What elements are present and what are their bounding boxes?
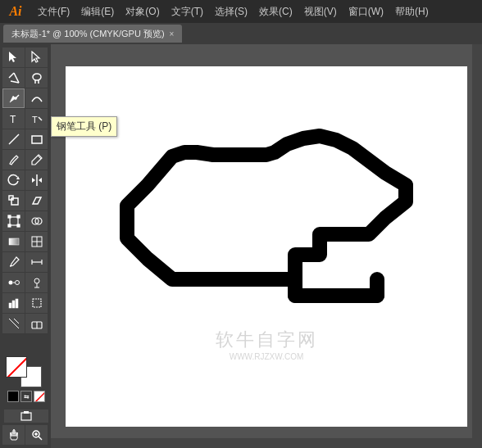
shear-tool[interactable] xyxy=(25,191,48,210)
tool-row-10 xyxy=(2,232,48,251)
svg-rect-51 xyxy=(21,413,31,420)
tool-row-13 xyxy=(2,293,48,313)
svg-rect-23 xyxy=(8,215,11,218)
tool-row-9 xyxy=(2,211,48,231)
tool-row-4: T T xyxy=(2,109,48,129)
vertical-scrollbar[interactable] xyxy=(472,44,482,438)
blend-tool[interactable] xyxy=(2,273,25,292)
menu-effect[interactable]: 效果(C) xyxy=(254,3,298,20)
eraser-tool[interactable] xyxy=(25,314,48,333)
rectangle-tool[interactable] xyxy=(25,129,48,149)
tool-row-6 xyxy=(2,150,48,170)
type-tool[interactable]: T xyxy=(2,109,25,129)
svg-rect-52 xyxy=(24,411,29,414)
column-graph-tool[interactable] xyxy=(2,293,25,313)
artboard-tool[interactable] xyxy=(25,293,48,313)
scale-tool[interactable] xyxy=(2,191,25,210)
app-logo: Ai xyxy=(3,2,28,21)
symbol-sprayer-tool[interactable] xyxy=(25,273,48,292)
pen-tool[interactable] xyxy=(2,88,25,108)
hand-tool[interactable] xyxy=(2,425,25,445)
svg-line-46 xyxy=(14,319,19,324)
menu-window[interactable]: 窗口(W) xyxy=(343,3,389,20)
change-screen-mode-button[interactable] xyxy=(4,410,48,423)
menu-bar: Ai 文件(F) 编辑(E) 对象(O) 文字(T) 选择(S) 效果(C) 视… xyxy=(0,0,482,23)
toolbar: 钢笔工具 (P) T T xyxy=(0,44,51,448)
artwork-svg xyxy=(66,66,467,427)
tool-row-2 xyxy=(2,68,48,88)
svg-marker-1 xyxy=(32,52,39,62)
tool-row-1 xyxy=(2,48,48,67)
svg-line-3 xyxy=(9,73,14,78)
gradient-tool[interactable] xyxy=(2,232,25,251)
tool-row-11 xyxy=(2,252,48,272)
eyedropper-tool[interactable] xyxy=(2,252,25,272)
svg-marker-0 xyxy=(9,52,16,62)
svg-rect-41 xyxy=(9,303,11,308)
mesh-tool[interactable] xyxy=(25,232,48,251)
svg-line-9 xyxy=(16,95,19,98)
svg-line-45 xyxy=(9,319,19,328)
svg-point-5 xyxy=(33,74,41,80)
pencil-tool[interactable] xyxy=(25,150,48,170)
document-canvas[interactable]: 软牛自字网 WWW.RJZXW.COM xyxy=(66,66,467,427)
free-transform-tool[interactable] xyxy=(2,211,25,231)
magic-wand-tool[interactable] xyxy=(2,68,25,88)
svg-text:T: T xyxy=(10,114,16,125)
default-colors-button[interactable] xyxy=(7,391,19,402)
svg-text:T: T xyxy=(32,115,38,124)
measure-tool[interactable] xyxy=(25,252,48,272)
direct-selection-tool[interactable] xyxy=(25,48,48,67)
tool-row-12 xyxy=(2,273,48,292)
document-tab[interactable]: 未标题-1* @ 100% (CMYK/GPU 预览) × xyxy=(3,25,182,43)
fill-color-box[interactable] xyxy=(6,356,27,378)
line-segment-tool[interactable] xyxy=(2,129,25,149)
svg-line-13 xyxy=(9,134,19,144)
menu-type[interactable]: 文字(T) xyxy=(166,3,208,20)
svg-marker-19 xyxy=(39,178,42,183)
svg-rect-26 xyxy=(17,224,20,227)
tool-row-7 xyxy=(2,170,48,190)
color-section: ⇆ xyxy=(2,353,48,405)
slice-tool[interactable] xyxy=(2,314,25,333)
menu-select[interactable]: 选择(S) xyxy=(210,3,252,20)
svg-rect-25 xyxy=(8,224,11,227)
svg-line-50 xyxy=(34,391,45,402)
svg-point-37 xyxy=(8,281,12,285)
reflect-tool[interactable] xyxy=(25,170,48,190)
area-type-tool[interactable]: T xyxy=(25,109,48,129)
svg-rect-29 xyxy=(9,238,19,245)
svg-marker-18 xyxy=(32,178,35,183)
color-controls-row: ⇆ xyxy=(6,391,52,402)
tool-row-8 xyxy=(2,191,48,210)
curvature-tool[interactable] xyxy=(25,88,48,108)
pen-tool-tooltip: 钢笔工具 (P) xyxy=(51,116,117,137)
svg-line-49 xyxy=(7,357,27,378)
swap-colors-button[interactable]: ⇆ xyxy=(20,391,32,402)
lasso-tool[interactable] xyxy=(25,68,48,88)
paintbrush-tool[interactable] xyxy=(2,150,25,170)
svg-rect-42 xyxy=(12,301,15,308)
svg-rect-14 xyxy=(32,136,42,143)
svg-line-12 xyxy=(39,117,42,120)
rotate-tool[interactable] xyxy=(2,170,25,190)
svg-point-38 xyxy=(15,281,19,285)
menu-edit[interactable]: 编辑(E) xyxy=(76,3,119,20)
menu-object[interactable]: 对象(O) xyxy=(120,3,164,20)
horizontal-scrollbar[interactable] xyxy=(51,438,482,448)
canvas-area[interactable]: 软牛自字网 WWW.RJZXW.COM xyxy=(51,44,482,448)
svg-rect-20 xyxy=(11,198,18,205)
svg-line-2 xyxy=(14,73,19,83)
svg-rect-43 xyxy=(16,299,18,308)
tab-title: 未标题-1* @ 100% (CMYK/GPU 预览) xyxy=(11,28,165,40)
svg-rect-24 xyxy=(17,215,20,218)
tool-row-nav xyxy=(2,425,48,445)
menu-file[interactable]: 文件(F) xyxy=(33,3,75,20)
selection-tool[interactable] xyxy=(2,48,25,67)
shape-builder-tool[interactable] xyxy=(25,211,48,231)
zoom-tool[interactable] xyxy=(25,425,48,445)
no-color-button[interactable] xyxy=(34,391,45,402)
menu-view[interactable]: 视图(V) xyxy=(299,3,342,20)
tab-close-button[interactable]: × xyxy=(170,29,175,38)
menu-help[interactable]: 帮助(H) xyxy=(390,3,434,20)
